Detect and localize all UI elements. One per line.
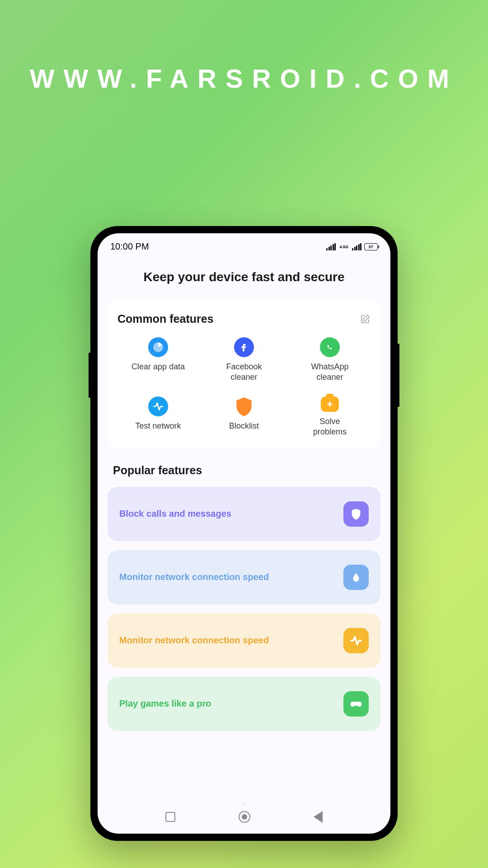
home-indicator: ⌃: [242, 802, 246, 808]
feature-label: Facebook cleaner: [217, 362, 271, 383]
feature-test-network[interactable]: Test network: [117, 396, 199, 438]
popular-feature-block-calls[interactable]: Block calls and messages: [108, 487, 380, 541]
phone-side-button-right: [398, 344, 399, 407]
status-time: 10:00 PM: [110, 241, 149, 252]
pulse-icon: [343, 628, 369, 653]
edit-icon[interactable]: [360, 314, 371, 325]
watermark-text: WWW.FARSROID.COM: [0, 63, 488, 94]
facebook-icon: [234, 337, 254, 357]
feature-solve-problems[interactable]: Solve problems: [289, 396, 371, 438]
popular-feature-label: Block calls and messages: [119, 509, 231, 519]
feature-clear-app-data[interactable]: Clear app data: [117, 337, 199, 383]
shield-icon: [234, 396, 254, 416]
drop-icon: [343, 565, 369, 590]
page-title: Keep your device fast and secure: [98, 256, 390, 301]
feature-facebook-cleaner[interactable]: Facebook cleaner: [203, 337, 285, 383]
feature-label: Solve problems: [303, 416, 357, 438]
status-bar: 10:00 PM 4.5G 57: [98, 233, 390, 256]
feature-label: Blocklist: [229, 421, 259, 431]
nav-back-button[interactable]: [314, 811, 323, 823]
pie-chart-icon: [148, 337, 168, 357]
common-features-title: Common features: [117, 312, 214, 326]
popular-feature-label: Play games like a pro: [119, 698, 211, 709]
nav-recents-button[interactable]: [165, 812, 175, 822]
feature-label: Clear app data: [131, 362, 185, 372]
activity-icon: [148, 396, 168, 416]
nav-home-button[interactable]: [239, 811, 250, 823]
feature-label: WhatsApp cleaner: [303, 362, 357, 383]
feature-whatsapp-cleaner[interactable]: WhatsApp cleaner: [289, 337, 371, 383]
game-icon: [343, 691, 369, 717]
popular-feature-monitor-speed-1[interactable]: Monitor network connection speed: [108, 550, 380, 604]
shield-white-icon: [343, 501, 369, 527]
network-label: 4.5G: [339, 245, 348, 249]
popular-feature-label: Monitor network connection speed: [119, 572, 269, 582]
status-right: 4.5G 57: [326, 243, 378, 250]
common-features-card: Common features Clear app data Facebook …: [108, 301, 380, 448]
phone-frame: 10:00 PM 4.5G 57 Keep your device fast a…: [90, 226, 398, 841]
popular-feature-play-games[interactable]: Play games like a pro: [108, 677, 380, 731]
feature-blocklist[interactable]: Blocklist: [203, 396, 285, 438]
toolbox-icon: [321, 396, 339, 412]
popular-feature-label: Monitor network connection speed: [119, 635, 269, 646]
navigation-bar: [98, 805, 390, 834]
popular-features-title: Popular features: [98, 460, 390, 487]
whatsapp-icon: [320, 337, 340, 357]
signal-icon-2: [352, 243, 361, 250]
battery-icon: 57: [364, 243, 378, 250]
popular-feature-monitor-speed-2[interactable]: Monitor network connection speed: [108, 613, 380, 668]
feature-label: Test network: [135, 421, 181, 431]
common-features-grid: Clear app data Facebook cleaner WhatsApp…: [117, 337, 371, 438]
signal-icon: [326, 243, 336, 250]
phone-side-button-left: [89, 353, 90, 398]
phone-screen: 10:00 PM 4.5G 57 Keep your device fast a…: [98, 233, 390, 834]
